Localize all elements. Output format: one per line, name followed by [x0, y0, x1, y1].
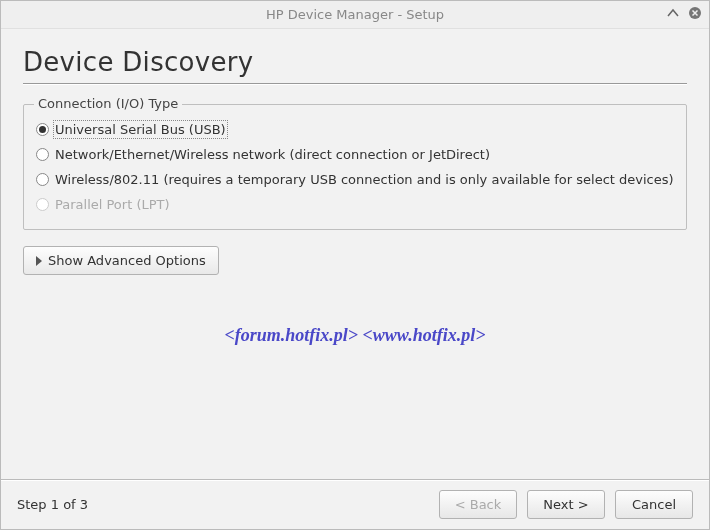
footer: Step 1 of 3 < Back Next > Cancel [1, 479, 709, 529]
maximize-icon[interactable] [665, 5, 681, 21]
button-label: < Back [455, 497, 502, 512]
button-label: Next > [543, 497, 588, 512]
next-button[interactable]: Next > [527, 490, 605, 519]
page-title: Device Discovery [23, 47, 687, 77]
step-label: Step 1 of 3 [17, 497, 88, 512]
radio-icon [36, 173, 49, 186]
radio-parallel: Parallel Port (LPT) [36, 192, 674, 217]
button-label: Show Advanced Options [48, 253, 206, 268]
radio-usb[interactable]: Universal Serial Bus (USB) [36, 117, 674, 142]
app-window: HP Device Manager - Setup Device Discove… [0, 0, 710, 530]
cancel-button[interactable]: Cancel [615, 490, 693, 519]
show-advanced-button[interactable]: Show Advanced Options [23, 246, 219, 275]
titlebar: HP Device Manager - Setup [1, 1, 709, 29]
footer-buttons: < Back Next > Cancel [439, 490, 693, 519]
radio-icon [36, 198, 49, 211]
title-divider [23, 83, 687, 84]
radio-label: Parallel Port (LPT) [55, 197, 170, 212]
close-icon[interactable] [687, 5, 703, 21]
button-label: Cancel [632, 497, 676, 512]
radio-label: Universal Serial Bus (USB) [55, 122, 226, 137]
window-title: HP Device Manager - Setup [266, 7, 444, 22]
watermark-text: <forum.hotfix.pl> <www.hotfix.pl> [23, 325, 687, 346]
radio-label: Wireless/802.11 (requires a temporary US… [55, 172, 674, 187]
content-area: Device Discovery Connection (I/O) Type U… [1, 29, 709, 479]
radio-label: Network/Ethernet/Wireless network (direc… [55, 147, 490, 162]
radio-icon [36, 148, 49, 161]
chevron-right-icon [36, 256, 42, 266]
radio-network[interactable]: Network/Ethernet/Wireless network (direc… [36, 142, 674, 167]
titlebar-controls [665, 5, 703, 21]
radio-icon [36, 123, 49, 136]
group-title: Connection (I/O) Type [34, 96, 182, 111]
connection-type-group: Connection (I/O) Type Universal Serial B… [23, 104, 687, 230]
back-button: < Back [439, 490, 517, 519]
radio-wireless[interactable]: Wireless/802.11 (requires a temporary US… [36, 167, 674, 192]
